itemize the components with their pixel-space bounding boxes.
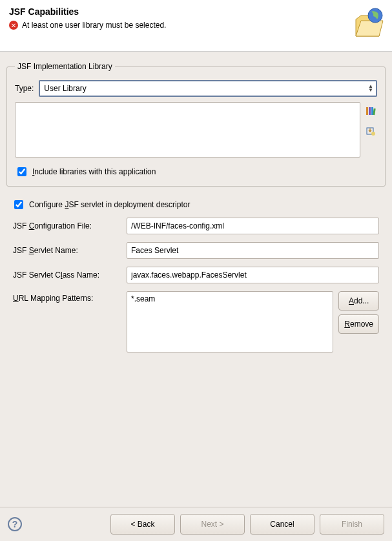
type-label: Type: (15, 84, 39, 93)
type-value: User Library (44, 84, 86, 93)
add-button[interactable]: Add... (338, 291, 379, 311)
library-listbox[interactable] (15, 102, 360, 158)
servlet-name-label: JSF Servlet Name: (13, 246, 121, 255)
cancel-button[interactable]: Cancel (250, 514, 315, 535)
servlet-class-input[interactable] (127, 267, 379, 283)
jsf-impl-group: JSF Implementation Library Type: User Li… (6, 62, 386, 187)
finish-button: Finish (320, 514, 384, 535)
download-library-icon[interactable] (366, 126, 377, 138)
url-mapping-list[interactable]: *.seam (127, 291, 333, 352)
remove-button[interactable]: Remove (338, 314, 379, 334)
validation-message: ✕ At least one user library must be sele… (9, 21, 383, 30)
next-button: Next > (180, 514, 245, 535)
svg-point-6 (371, 132, 375, 136)
configure-servlet-label: Configure JSF servlet in deployment desc… (29, 200, 190, 209)
servlet-class-label: JSF Servlet Class Name: (13, 270, 121, 280)
url-mapping-item[interactable]: *.seam (131, 294, 329, 303)
wizard-header: JSF Capabilities ✕ At least one user lib… (0, 0, 392, 52)
error-icon: ✕ (9, 21, 18, 30)
manage-libraries-icon[interactable] (366, 106, 377, 118)
config-file-input[interactable] (127, 218, 379, 234)
folder-globe-icon (352, 6, 384, 41)
servlet-name-input[interactable] (127, 242, 379, 259)
configure-servlet-checkbox[interactable] (14, 200, 23, 209)
jsf-impl-legend: JSF Implementation Library (15, 62, 115, 71)
include-libraries-checkbox[interactable] (17, 167, 26, 176)
page-title: JSF Capabilities (9, 6, 383, 17)
wizard-content: JSF Implementation Library Type: User Li… (0, 52, 392, 507)
svg-rect-1 (366, 107, 368, 115)
back-button[interactable]: < Back (110, 514, 175, 535)
config-file-label: JSF Configuration File: (13, 221, 121, 230)
include-libraries-label: Include libraries with this application (32, 167, 156, 176)
wizard-footer: ? < Back Next > Cancel Finish (0, 507, 392, 541)
type-select[interactable]: User Library ▲▼ (39, 80, 377, 97)
url-mapping-label: URL Mapping Patterns: (13, 291, 121, 303)
error-text: At least one user library must be select… (22, 21, 166, 30)
help-icon[interactable]: ? (8, 517, 22, 531)
chevron-updown-icon: ▲▼ (368, 85, 373, 92)
svg-rect-2 (369, 107, 371, 115)
